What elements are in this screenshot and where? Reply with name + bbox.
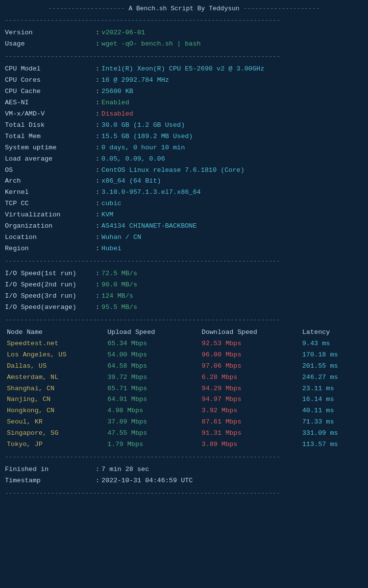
finished-row: Finished in : 7 min 28 sec (5, 464, 363, 475)
arch-row: Arch : x86_64 (64 Bit) (5, 176, 363, 187)
usage-colon: : (96, 39, 99, 49)
download-speed: 94.29 Mbps (200, 383, 300, 395)
total-disk-label: Total Disk (5, 120, 96, 131)
cpu-cores-label: CPU Cores (5, 75, 96, 86)
upload-speed: 65.71 Mbps (105, 383, 199, 395)
node-name: Singapore, SG (5, 428, 105, 439)
version-colon: : (96, 28, 99, 38)
total-disk-value: 30.0 GB (1.2 GB Used) (101, 120, 185, 131)
header-title: A Bench.sh Script By Teddysun (128, 5, 239, 12)
cpu-model-row: CPU Model : Intel(R) Xeon(R) CPU E5-2690… (5, 64, 363, 75)
table-row: Los Angeles, US54.00 Mbps96.00 Mbps170.1… (5, 350, 363, 361)
total-mem-value: 15.5 GB (189.2 MB Used) (101, 132, 193, 142)
io-avg-row: I/O Speed(average) : 95.5 MB/s (5, 302, 363, 313)
table-row: Dallas, US64.58 Mbps97.06 Mbps201.55 ms (5, 361, 363, 372)
upload-speed: 64.91 Mbps (105, 394, 199, 405)
region-label: Region (5, 244, 96, 254)
cpu-cores-value: 16 @ 2992.784 MHz (101, 75, 169, 86)
os-label: OS (5, 165, 96, 176)
node-name: Dallas, US (5, 361, 105, 372)
finished-label: Finished in (5, 465, 96, 475)
aes-ni-label: AES-NI (5, 98, 96, 108)
load-label: Load average (5, 154, 96, 165)
virt-label: Virtualization (5, 210, 96, 220)
download-speed: 96.00 Mbps (200, 350, 300, 361)
os-row: OS : CentOS Linux release 7.6.1810 (Core… (5, 165, 363, 176)
io-run3-label: I/O Speed(3rd run) (5, 291, 96, 302)
upload-speed: 37.89 Mbps (105, 417, 199, 428)
upload-speed: 39.72 Mbps (105, 372, 199, 383)
cpu-cache-label: CPU Cache (5, 87, 96, 97)
divider-4: ----------------------------------------… (5, 315, 363, 325)
latency: 113.57 ms (300, 439, 363, 450)
version-label: Version (5, 28, 96, 38)
download-speed: 6.28 Mbps (200, 372, 300, 383)
aes-ni-row: AES-NI : Enabled (5, 97, 363, 109)
node-name: Seoul, KR (5, 417, 105, 428)
table-row: Seoul, KR37.89 Mbps87.61 Mbps71.33 ms (5, 417, 363, 428)
table-row: Tokyo, JP1.79 Mbps3.89 Mbps113.57 ms (5, 439, 363, 450)
io-run3-value: 124 MB/s (101, 291, 133, 302)
col-header-upload: Upload Speed (105, 327, 199, 338)
uptime-label: System uptime (5, 143, 96, 153)
download-speed: 92.53 Mbps (200, 338, 300, 350)
io-run2-label: I/O Speed(2nd run) (5, 280, 96, 290)
tcp-cc-row: TCP CC : cubic (5, 198, 363, 210)
location-label: Location (5, 233, 96, 243)
io-run2-value: 90.0 MB/s (101, 280, 137, 290)
io-run3-row: I/O Speed(3rd run) : 124 MB/s (5, 291, 363, 302)
latency: 9.43 ms (300, 338, 363, 350)
node-name: Hongkong, CN (5, 405, 105, 417)
finished-value: 7 min 28 sec (101, 465, 149, 475)
usage-row: Usage : wget -qO- bench.sh | bash (5, 39, 363, 50)
kernel-row: Kernel : 3.10.0-957.1.3.el7.x86_64 (5, 187, 363, 198)
download-speed: 87.61 Mbps (200, 417, 300, 428)
latency: 170.18 ms (300, 350, 363, 361)
cpu-cache-value: 25600 KB (101, 87, 133, 97)
tcp-cc-label: TCP CC (5, 199, 96, 209)
upload-speed: 4.98 Mbps (105, 405, 199, 417)
table-row: Amsterdam, NL39.72 Mbps6.28 Mbps246.27 m… (5, 372, 363, 383)
speed-table-header: Node Name Upload Speed Download Speed La… (5, 327, 363, 338)
table-row: Nanjing, CN64.91 Mbps94.97 Mbps16.14 ms (5, 394, 363, 405)
table-row: Shanghai, CN65.71 Mbps94.29 Mbps23.11 ms (5, 383, 363, 395)
timestamp-value: 2022-10-31 04:46:59 UTC (101, 476, 193, 486)
org-row: Organization : AS4134 CHINANET-BACKBONE (5, 221, 363, 232)
io-avg-value: 95.5 MB/s (101, 303, 137, 313)
col-header-latency: Latency (300, 327, 363, 338)
download-speed: 97.06 Mbps (200, 361, 300, 372)
download-speed: 94.97 Mbps (200, 394, 300, 405)
node-name: Tokyo, JP (5, 439, 105, 450)
cpu-model-value: Intel(R) Xeon(R) CPU E5-2690 v2 @ 3.00GH… (101, 64, 264, 74)
vm-row: VM-x/AMD-V : Disabled (5, 109, 363, 120)
node-name: Amsterdam, NL (5, 372, 105, 383)
usage-value: wget -qO- bench.sh | bash (101, 39, 201, 49)
vm-label: VM-x/AMD-V (5, 109, 96, 119)
aes-ni-value: Enabled (101, 98, 129, 108)
region-value: Hubei (101, 244, 122, 254)
col-header-node: Node Name (5, 327, 105, 338)
region-row: Region : Hubei (5, 243, 363, 255)
table-row: Singapore, SG47.55 Mbps91.31 Mbps331.09 … (5, 428, 363, 439)
total-mem-label: Total Mem (5, 132, 96, 142)
latency: 23.11 ms (300, 383, 363, 395)
table-row: Hongkong, CN4.98 Mbps3.92 Mbps40.11 ms (5, 405, 363, 417)
io-run1-label: I/O Speed(1st run) (5, 269, 96, 279)
io-run1-row: I/O Speed(1st run) : 72.5 MB/s (5, 268, 363, 280)
divider-3: ----------------------------------------… (5, 257, 363, 266)
timestamp-label: Timestamp (5, 476, 96, 486)
load-row: Load average : 0.05, 0.09, 0.06 (5, 154, 363, 165)
node-name: Nanjing, CN (5, 394, 105, 405)
divider-2: ----------------------------------------… (5, 52, 363, 62)
uptime-value: 0 days, 0 hour 10 min (101, 143, 185, 153)
latency: 201.55 ms (300, 361, 363, 372)
latency: 71.33 ms (300, 417, 363, 428)
version-value: v2022-06-01 (101, 28, 145, 38)
arch-label: Arch (5, 176, 96, 187)
uptime-row: System uptime : 0 days, 0 hour 10 min (5, 142, 363, 154)
cpu-cores-row: CPU Cores : 16 @ 2992.784 MHz (5, 75, 363, 86)
col-header-download: Download Speed (200, 327, 300, 338)
cpu-cache-row: CPU Cache : 25600 KB (5, 86, 363, 97)
tcp-cc-value: cubic (101, 199, 122, 209)
download-speed: 91.31 Mbps (200, 428, 300, 439)
